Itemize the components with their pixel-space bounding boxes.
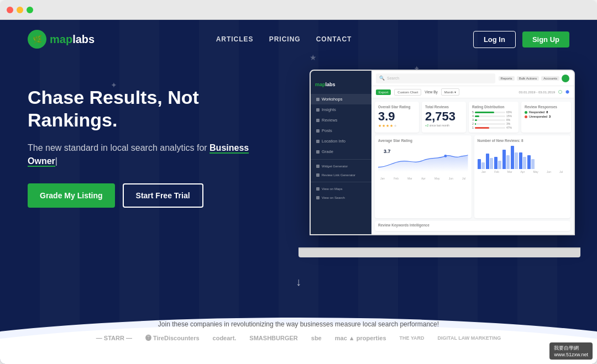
- x-label: Mar: [407, 177, 412, 180]
- sidebar-item-grade[interactable]: Grade: [311, 146, 371, 157]
- bar-item: [502, 150, 506, 169]
- grade-listing-button[interactable]: Grade My Listing: [28, 183, 115, 208]
- review-responses: Responded 8 Unresponded 3: [525, 110, 568, 118]
- card-title: Number of New Reviews: 8: [478, 139, 568, 143]
- sidebar-item-workshops[interactable]: Workshops: [311, 94, 371, 104]
- search-placeholder: Search: [387, 76, 399, 80]
- sidebar-item-location[interactable]: Location Info: [311, 136, 371, 146]
- star-4: ★: [390, 124, 393, 128]
- chart-value: 3.7: [384, 149, 391, 154]
- bar-item: [490, 158, 493, 169]
- menu-icon: [316, 173, 320, 177]
- export-button[interactable]: Export: [376, 89, 391, 95]
- page-content: ✦ ✧ ★ ✓ ✦ ✦ 🌿 maplabs ARTICLES PRICING C…: [0, 20, 597, 364]
- rd-bar-bg: [475, 127, 505, 129]
- rd-label: 1: [472, 126, 474, 129]
- menu-icon: [316, 165, 320, 168]
- dashboard-mockup: maplabs Workshops Insights: [298, 70, 580, 257]
- custom-chart-button[interactable]: Custom Chart: [394, 89, 421, 96]
- unresponded-count: 3: [549, 115, 551, 118]
- month-button[interactable]: Month ▾: [441, 88, 459, 96]
- menu-icon: [316, 187, 320, 191]
- x-label: Apr: [421, 177, 426, 180]
- logo-text: maplabs: [50, 33, 95, 46]
- bottom-section: ↓ Join these companies in revolutionizin…: [0, 287, 597, 364]
- bar-item: [494, 157, 498, 169]
- hero-subtitle-plain: The new standard in local search analyti…: [28, 143, 210, 152]
- bar-item: [531, 159, 535, 169]
- sidebar-item-insights[interactable]: Insights: [311, 104, 371, 115]
- rd-row-5: 5 63%: [472, 110, 515, 114]
- rd-bar-bg: [475, 112, 505, 113]
- sidebar-item-posts[interactable]: Posts: [311, 125, 371, 136]
- signup-button[interactable]: Sign Up: [522, 31, 569, 48]
- laptop-base: [298, 247, 580, 257]
- bottom-content: Join these companies in revolutionizing …: [0, 298, 597, 364]
- bar-item: [498, 161, 501, 169]
- maximize-button[interactable]: [27, 7, 33, 13]
- responded-count: 8: [546, 110, 548, 114]
- dash-search[interactable]: 🔍 Search: [376, 73, 495, 83]
- topbar-actions: Reports Bulk Actions Accounts: [499, 75, 569, 82]
- rd-row-4: 4 15%: [472, 114, 515, 118]
- logo-sbe: sbe: [311, 335, 322, 341]
- dash-content: Overall Star Rating 3.9 ★ ★ ★ ★ ★: [371, 98, 574, 234]
- chart-container: 3.7: [378, 144, 468, 180]
- bottom-tagline: Join these companies in revolutionizing …: [158, 320, 439, 328]
- share-icon[interactable]: ⬡: [558, 89, 562, 94]
- x-label: Mar: [507, 170, 512, 173]
- scroll-arrow[interactable]: ↓: [296, 276, 301, 288]
- card-title: Overall Star Rating: [378, 105, 416, 109]
- x-label: Jun: [449, 177, 453, 180]
- bar-item: [527, 155, 531, 169]
- nav-contact[interactable]: CONTACT: [316, 35, 352, 43]
- card-title: Review Responses: [525, 105, 568, 109]
- overall-star-card: Overall Star Rating 3.9 ★ ★ ★ ★ ★: [375, 102, 419, 133]
- nav-pricing[interactable]: PRICING: [269, 35, 301, 43]
- menu-icon: [316, 119, 320, 122]
- download-icon[interactable]: ⬢: [565, 89, 569, 94]
- logo-labs: labs: [72, 33, 95, 45]
- rd-bar-bg: [475, 115, 505, 117]
- logo[interactable]: 🌿 maplabs: [28, 30, 95, 49]
- nav-articles[interactable]: ARTICLES: [216, 35, 254, 43]
- bar-item: [486, 154, 489, 169]
- minimize-button[interactable]: [17, 7, 23, 13]
- view-by-label: View By: [425, 90, 437, 94]
- avg-star-chart: Average Star Rating 3.7: [375, 135, 472, 218]
- menu-icon: [316, 150, 320, 154]
- search-icon: 🔍: [379, 76, 385, 81]
- logo-mac: mac ▲ properties: [335, 335, 386, 341]
- unresponded-dot: [525, 115, 527, 118]
- dash-sidebar: maplabs Workshops Insights: [311, 71, 371, 234]
- browser-titlebar: [0, 0, 597, 20]
- total-reviews-value: 2,753: [425, 110, 463, 123]
- line-chart-svg: [378, 144, 468, 175]
- close-button[interactable]: [7, 7, 13, 13]
- menu-icon: [316, 108, 320, 112]
- logo-starr: — STARR —: [96, 335, 132, 341]
- watermark-line1: 我要自學網: [554, 345, 588, 352]
- sidebar-item-widget[interactable]: Widget Generator: [311, 162, 371, 171]
- bar-group: [494, 157, 501, 169]
- rd-pct: 3%: [506, 122, 515, 125]
- sidebar-label: Insights: [322, 107, 336, 112]
- login-button[interactable]: Log In: [473, 31, 516, 48]
- bar-item: [515, 152, 518, 169]
- logos-row: — STARR — 🅣 TireDiscounters codeart. SMA…: [96, 335, 501, 341]
- logo-tirediscounters: 🅣 TireDiscounters: [145, 335, 200, 341]
- sidebar-item-reviews[interactable]: Reviews: [311, 115, 371, 125]
- x-label: Feb: [494, 170, 499, 173]
- bar-group: [486, 154, 493, 169]
- rd-bar-bg: [475, 119, 505, 121]
- x-label: May: [533, 170, 538, 173]
- sidebar-item-search[interactable]: View on Search: [311, 193, 371, 202]
- dash-logo-text: maplabs: [315, 82, 336, 87]
- dash-main: 🔍 Search Reports Bulk Actions Accounts: [371, 71, 574, 234]
- bar-group: [511, 146, 518, 169]
- menu-icon: [316, 196, 320, 199]
- sidebar-item-maps[interactable]: View on Maps: [311, 184, 371, 193]
- sidebar-item-review-link[interactable]: Review Link Generator: [311, 171, 371, 180]
- free-trial-button[interactable]: Start Free Trial: [123, 183, 203, 208]
- hero-title: Chase Results, Not Rankings.: [28, 86, 271, 131]
